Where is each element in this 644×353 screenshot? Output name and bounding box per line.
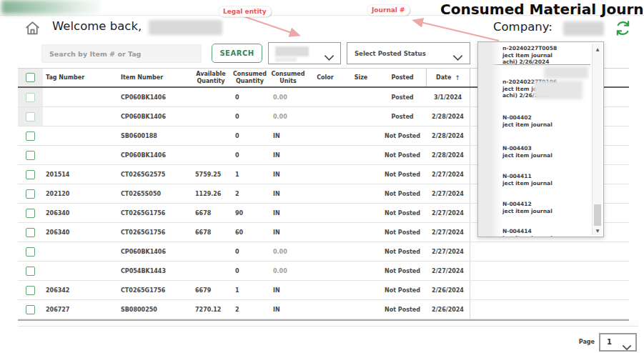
- app-logo: [1, 0, 100, 14]
- cell-date: 2/27/2024: [426, 165, 470, 184]
- row-checkbox[interactable]: [26, 286, 35, 295]
- journal-number-dropdown[interactable]: n-20240227T0058 ject Item journal achi) …: [477, 41, 604, 237]
- page-label: Page: [572, 339, 595, 345]
- journal-option[interactable]: N-004411 ject item journal: [502, 173, 589, 187]
- cell-posted: Not Posted: [379, 307, 426, 313]
- cell-item: CP060BK1406: [111, 94, 191, 101]
- cell-item: CT0265G1756: [111, 287, 191, 294]
- journal-option-line: achi) 2/26/2024: [502, 59, 589, 66]
- user-name-redacted: [149, 20, 222, 35]
- cell-tag: 206727: [43, 307, 111, 313]
- journal-redaction-patch: [534, 81, 583, 99]
- row-checkbox[interactable]: [26, 247, 35, 257]
- row-checkbox[interactable]: [26, 189, 35, 199]
- cell-item: SB0600188: [111, 133, 191, 139]
- journal-redaction-patch: [544, 66, 588, 79]
- cell-posted: Posted: [379, 114, 426, 120]
- cell-posted: Not Posted: [379, 152, 426, 159]
- select-all-checkbox[interactable]: [26, 73, 35, 82]
- journal-option[interactable]: N-004402 ject item journal: [502, 114, 589, 128]
- cell-date: 2/28/2024: [426, 126, 470, 145]
- journal-option[interactable]: N-004412 ject item journal: [502, 201, 589, 214]
- cell-posted: Not Posted: [379, 210, 426, 217]
- row-checkbox[interactable]: [26, 267, 35, 276]
- search-button[interactable]: SEARCH: [212, 44, 262, 63]
- cell-consumed-units: IN: [269, 210, 307, 217]
- cell-consumed-units: 0.00: [269, 94, 307, 101]
- cell-consumed-units: IN: [269, 287, 307, 294]
- row-checkbox[interactable]: [26, 131, 35, 141]
- row-checkbox[interactable]: [26, 93, 35, 102]
- cell-consumed-units: IN: [269, 307, 307, 313]
- journal-option-line: ject item journal: [502, 152, 589, 159]
- home-icon[interactable]: [24, 19, 41, 40]
- page-title: Consumed Material Journal Entries: [440, 1, 644, 18]
- cell-available: 6678: [191, 229, 231, 236]
- scrollbar-thumb[interactable]: [594, 204, 601, 226]
- cell-date: 2/28/2024: [426, 146, 470, 164]
- row-checkbox[interactable]: [26, 209, 35, 218]
- journal-option-line: N-004412: [502, 201, 589, 208]
- journal-option[interactable]: n-20240227T0058 ject Item journal achi) …: [502, 45, 589, 66]
- journal-option-line: N-004414: [502, 228, 589, 235]
- cell-posted: Not Posted: [379, 268, 426, 274]
- cell-consumed-units: IN: [269, 171, 307, 178]
- journal-option[interactable]: N-004403 ject item journal: [502, 145, 589, 159]
- col-posted: Posted: [379, 74, 426, 81]
- welcome-text: Welcome back,: [52, 19, 142, 33]
- col-date-label: Date: [436, 74, 451, 81]
- cell-available: 6679: [191, 287, 231, 294]
- row-checkbox[interactable]: [26, 305, 35, 314]
- row-checkbox[interactable]: [26, 151, 35, 160]
- row-checkbox[interactable]: [26, 112, 35, 121]
- col-size: Size: [343, 74, 379, 81]
- posted-status-select[interactable]: Select Posted Status: [347, 42, 470, 64]
- journal-option[interactable]: N-004414 ject item journal: [502, 228, 589, 237]
- row-checkbox[interactable]: [26, 228, 35, 237]
- cell-date: 2/28/2024: [426, 107, 470, 126]
- cell-consumed-qty: 0: [231, 94, 269, 101]
- cell-date: 2/27/2024: [426, 204, 470, 222]
- col-tag-number: Tag Number: [43, 74, 111, 81]
- cell-available: 5759.25: [191, 171, 231, 178]
- cell-posted: Posted: [379, 94, 426, 101]
- search-input[interactable]: [41, 44, 202, 63]
- cell-item: CP054BK1443: [111, 268, 191, 274]
- cell-available: 6678: [191, 210, 231, 217]
- consumed-material-journal-page: Welcome back, Consumed Material Journal …: [0, 0, 644, 353]
- header-checkbox-cell: [18, 69, 43, 86]
- scroll-down-icon[interactable]: ▼: [593, 225, 603, 235]
- legal-entity-value-redacted: [275, 46, 309, 56]
- cell-consumed-qty: 2: [231, 191, 269, 197]
- legal-entity-select[interactable]: [268, 42, 341, 64]
- cell-consumed-units: IN: [269, 191, 307, 197]
- table-row: CP054BK1443 0 0.00 Not Posted 2/27/2024: [18, 262, 629, 281]
- cell-consumed-qty: 90: [231, 210, 269, 217]
- chevron-down-icon: [452, 51, 463, 64]
- cell-consumed-units: IN: [269, 229, 307, 236]
- chevron-down-icon: [324, 51, 335, 64]
- cell-date: 2/26/2024: [426, 281, 470, 299]
- cell-posted: Not Posted: [379, 191, 426, 197]
- page-select[interactable]: 1: [599, 333, 637, 352]
- journal-scrollbar[interactable]: ▲ ▼: [592, 44, 602, 235]
- cell-consumed-qty: 0: [231, 152, 269, 159]
- scroll-up-icon[interactable]: ▲: [593, 44, 603, 54]
- cell-consumed-qty: 2: [231, 307, 269, 313]
- chevron-down-icon: [622, 340, 632, 353]
- refresh-icon[interactable]: [615, 20, 631, 39]
- company-name-redacted: [563, 21, 604, 36]
- cell-consumed-units: 0.00: [269, 249, 307, 255]
- row-checkbox[interactable]: [26, 170, 35, 179]
- cell-item: CT0265G1756: [111, 229, 191, 236]
- journal-option-line: ject item journal: [502, 208, 589, 215]
- cell-item: CP060BK1406: [111, 152, 191, 159]
- col-item-number: Item Number: [111, 74, 191, 81]
- sort-ascending-icon: ↑: [455, 74, 460, 81]
- col-date-sortable[interactable]: Date ↑: [426, 69, 470, 86]
- cell-consumed-qty: 0: [231, 114, 269, 120]
- cell-consumed-qty: 0: [231, 268, 269, 274]
- cell-consumed-units: IN: [269, 133, 307, 139]
- journal-option-line: ject item journal: [502, 235, 589, 238]
- cell-date: 2/27/2024: [426, 184, 470, 203]
